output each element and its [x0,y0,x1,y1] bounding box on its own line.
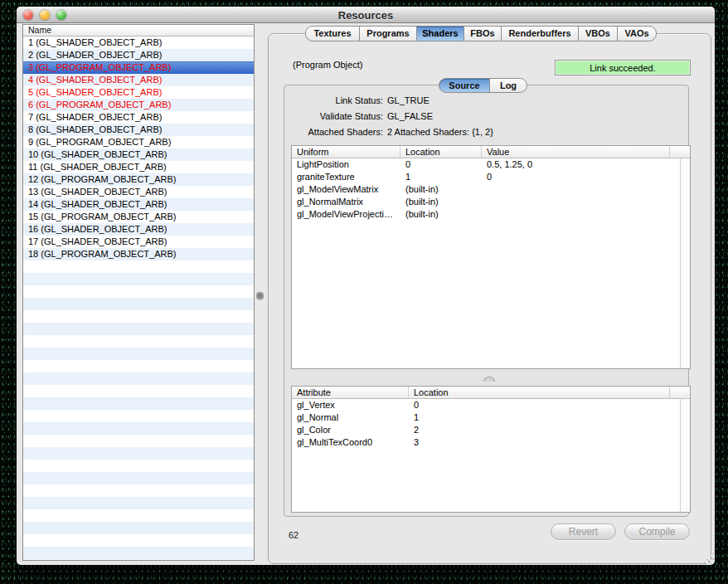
list-item[interactable]: 18 (GL_PROGRAM_OBJECT_ARB) [23,248,254,260]
list-empty-row [23,397,254,410]
table-cell: 2 [409,424,670,436]
revert-button[interactable]: Revert [551,523,616,540]
table-cell: 0.5, 1.25, 0 [482,158,670,171]
list-item[interactable]: 16 (GL_SHADER_OBJECT_ARB) [23,223,254,236]
list-empty-row [23,534,254,547]
list-item[interactable]: 17 (GL_SHADER_OBJECT_ARB) [23,236,254,248]
list-empty-row [23,497,254,509]
titlebar[interactable]: Resources [17,7,715,23]
attribute-table-scrollbar[interactable] [680,399,690,512]
list-empty-row [23,285,254,298]
column-header-location[interactable]: Location [409,387,670,398]
table-cell [482,208,670,221]
list-empty-row [23,460,254,472]
list-item[interactable]: 13 (GL_SHADER_OBJECT_ARB) [23,186,254,198]
list-empty-row [23,547,254,559]
table-row[interactable]: gl_MultiTexCoord03 [292,436,690,449]
table-row[interactable]: gl_Color2 [292,424,690,436]
status-value: GL_TRUE [387,95,430,105]
list-empty-row [23,522,254,534]
table-splitter-handle[interactable] [483,377,495,382]
subtab-log[interactable]: Log [489,78,527,93]
column-header-uniform[interactable]: Uniform [292,146,400,158]
list-empty-row [23,472,254,484]
table-row[interactable]: gl_NormalMatrix(built-in) [292,196,690,208]
tab-vaos[interactable]: VAOs [617,26,657,41]
list-item[interactable]: 14 (GL_SHADER_OBJECT_ARB) [23,198,254,211]
table-cell: 1 [409,411,670,424]
list-item[interactable]: 9 (GL_PROGRAM_OBJECT_ARB) [23,136,254,148]
status-label: Link Status: [284,93,383,109]
list-empty-row [23,310,254,323]
status-rows: Link Status:GL_TRUEValidate Status:GL_FA… [284,93,688,140]
tab-textures[interactable]: Textures [305,26,360,41]
compile-button[interactable]: Compile [624,523,690,540]
table-row[interactable]: gl_Vertex0 [292,399,690,411]
list-item[interactable]: 6 (GL_PROGRAM_OBJECT_ARB) [23,99,254,111]
status-row: Link Status:GL_TRUE [284,93,688,109]
status-row: Attached Shaders:2 Attached Shaders: {1,… [284,124,688,140]
list-rows: 1 (GL_SHADER_OBJECT_ARB)2 (GL_SHADER_OBJ… [23,36,254,559]
table-cell [482,196,670,208]
list-item[interactable]: 3 (GL_PROGRAM_OBJECT_ARB) [23,61,254,74]
table-cell: (built-in) [400,183,482,196]
outer-group-box: (Program Object) Link succeeded. SourceL… [268,33,711,564]
table-cell: LightPosition [292,158,400,171]
table-cell: gl_Color [292,424,409,436]
list-empty-row [23,335,254,348]
table-cell: 0 [409,399,670,411]
tab-programs[interactable]: Programs [359,26,417,41]
tab-vbos[interactable]: VBOs [578,26,618,41]
resource-list[interactable]: Name 1 (GL_SHADER_OBJECT_ARB)2 (GL_SHADE… [22,24,255,561]
list-empty-row [23,372,254,385]
tab-renderbuffers[interactable]: Renderbuffers [501,26,579,41]
table-cell: 3 [409,436,670,449]
table-row[interactable]: gl_ModelViewProjecti…(built-in) [292,208,690,221]
column-header-value[interactable]: Value [482,146,670,158]
uniform-table-scrollbar[interactable] [680,158,690,368]
table-row[interactable]: gl_ModelViewMatrix(built-in) [292,183,690,196]
list-item[interactable]: 12 (GL_PROGRAM_OBJECT_ARB) [23,173,254,186]
uniform-table-header[interactable]: UniformLocationValue [292,146,690,158]
list-header-name[interactable]: Name [23,25,254,36]
list-item[interactable]: 5 (GL_SHADER_OBJECT_ARB) [23,86,254,99]
table-row[interactable]: gl_Normal1 [292,411,690,424]
shader-count-label: 62 [289,530,298,540]
tab-fbos[interactable]: FBOs [463,26,502,41]
table-cell [482,183,670,196]
table-row[interactable]: graniteTexture10 [292,171,690,183]
table-cell: gl_Vertex [292,399,409,411]
subtab-source[interactable]: Source [439,78,490,93]
list-item[interactable]: 10 (GL_SHADER_OBJECT_ARB) [23,148,254,161]
list-empty-row [23,273,254,285]
list-empty-row [23,385,254,397]
list-item[interactable]: 2 (GL_SHADER_OBJECT_ARB) [23,49,254,61]
list-item[interactable]: 1 (GL_SHADER_OBJECT_ARB) [23,36,254,49]
table-cell: 0 [400,158,482,171]
list-empty-row [23,360,254,372]
uniform-table[interactable]: UniformLocationValue LightPosition00.5, … [291,145,691,369]
program-object-label: (Program Object) [293,60,362,70]
tab-shaders[interactable]: Shaders [416,26,464,41]
window-title: Resources [17,9,715,22]
list-item[interactable]: 11 (GL_SHADER_OBJECT_ARB) [23,161,254,173]
list-empty-row [23,298,254,310]
table-cell: graniteTexture [292,171,400,183]
list-item[interactable]: 4 (GL_SHADER_OBJECT_ARB) [23,74,254,86]
table-cell: (built-in) [400,196,482,208]
list-item[interactable]: 15 (GL_PROGRAM_OBJECT_ARB) [23,211,254,223]
list-item[interactable]: 7 (GL_SHADER_OBJECT_ARB) [23,111,254,124]
column-header-attribute[interactable]: Attribute [292,387,409,398]
attribute-table-header[interactable]: AttributeLocation [292,387,690,399]
list-item[interactable]: 8 (GL_SHADER_OBJECT_ARB) [23,124,254,136]
link-status-banner: Link succeeded. [555,60,691,75]
attribute-table[interactable]: AttributeLocation gl_Vertex0gl_Normal1gl… [291,386,691,513]
table-cell: gl_ModelViewMatrix [292,183,400,196]
table-cell: gl_Normal [292,411,409,424]
pane-splitter-handle[interactable] [256,292,264,301]
status-row: Validate Status:GL_FALSE [284,109,688,124]
list-empty-row [23,422,254,435]
list-empty-row [23,323,254,335]
column-header-location[interactable]: Location [400,146,482,158]
table-row[interactable]: LightPosition00.5, 1.25, 0 [292,158,690,171]
